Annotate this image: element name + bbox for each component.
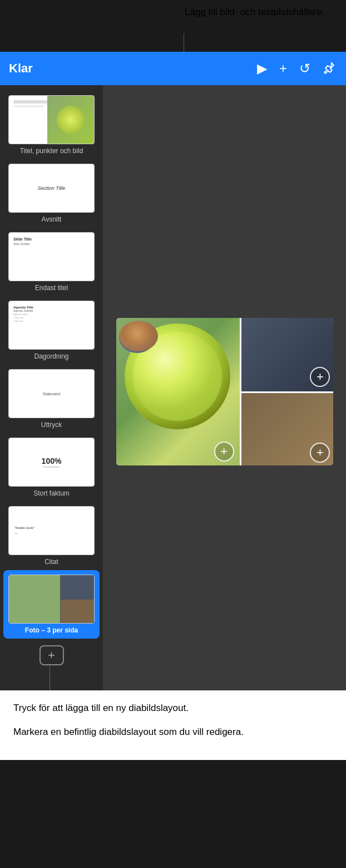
sidebar-item-uttryck[interactable]: Statement Uttryck [0,365,103,433]
slide-thumb-citat: "Notable Quote" — [8,506,95,555]
thumb-bigfact-num: 100% [42,457,62,465]
play-button[interactable]: ▶ [257,61,267,76]
slide-label-uttryck: Uttryck [41,421,62,429]
thumb-statement-text: Statement [43,392,61,396]
tooltip-top: Lägg till bild- och textplatshållare. [178,0,339,24]
slide-thumb-endast-titel: Slide Title Slide Subtitle [8,232,95,281]
sidebar-item-avsnitt[interactable]: Section Title Avsnitt [0,159,103,228]
slide-thumb-avsnitt: Section Title [8,164,95,213]
bottom-right-photo-add-button[interactable]: + [310,443,330,463]
add-layout-button[interactable]: + [39,645,64,665]
thumb-photo3-top-right [61,575,95,599]
thumb-agenda-item: Agenda Topics [13,313,28,316]
sidebar-bg-bottom [0,665,103,693]
add-tooltip-line [50,665,50,690]
main-area: Titel, punkter och bild Section Title Av… [0,85,346,698]
slide-thumb-uttryck: Statement [8,369,95,418]
tooltip-add-text: Tryck för att lägga till en ny diabildsl… [13,702,333,715]
sidebar-item-stort-faktum[interactable]: 100% Fact Information Stort faktum [0,433,103,502]
pin-button[interactable] [323,61,337,76]
canvas-top-right-photo: + [241,318,333,392]
thumb-agenda-sub: Agenda Subtitle [13,309,33,312]
sidebar-item-dagordning[interactable]: Agenda Title Agenda Subtitle Agenda Topi… [0,296,103,365]
thumb-quote-dash: — [14,532,18,535]
sidebar-item-foto-3-per-sida[interactable]: Foto – 3 per sida [3,570,100,639]
undo-button[interactable]: ↺ [299,61,310,76]
slide-label-dagordning: Dagordning [34,352,68,360]
canvas-bottom-right-photo: + [241,393,333,465]
slide-canvas: + + + [116,318,333,465]
slide-label-avsnitt: Avsnitt [42,215,62,223]
slide-thumb-titel-punkter-bild [8,95,95,144]
slide-label-foto-3-per-sida: Foto – 3 per sida [25,626,78,634]
slide-label-citat: Citat [45,558,58,566]
main-photo-add-button[interactable]: + [214,442,234,462]
tooltip-select-text: Markera en befintlig diabildslayout som … [13,725,333,739]
thumb-bigfact-sub: Fact Information [43,465,60,468]
slide-label-stort-faktum: Stort faktum [33,489,70,497]
thumb-section-text: Section Title [38,185,65,191]
bottom-area: Tryck för att lägga till en ny diabildsl… [0,690,346,760]
slide-thumb-stort-faktum: 100% Fact Information [8,438,95,487]
slide-thumb-foto-3-per-sida [8,575,95,624]
sidebar-item-titel-punkter-bild[interactable]: Titel, punkter och bild [0,91,103,159]
slide-label-endast-titel: Endast titel [35,284,68,292]
sidebar-item-endast-titel[interactable]: Slide Title Slide Subtitle Endast titel [0,228,103,296]
thumb-agenda-item2: • Item one [13,316,23,319]
thumb-photo3 [9,575,94,623]
slide-label-titel-punkter-bild: Titel, punkter och bild [20,147,83,155]
thumb-slide-title: Slide Title [13,237,32,241]
slide-thumb-dagordning: Agenda Title Agenda Subtitle Agenda Topi… [8,301,95,350]
thumb-quote-text: "Notable Quote" [14,526,34,529]
add-button[interactable]: + [279,61,287,76]
canvas-area: + + + [103,85,346,698]
top-right-photo-add-button[interactable]: + [310,367,330,387]
thumb-slide-subtitle: Slide Subtitle [13,242,29,246]
sidebar-item-citat[interactable]: "Notable Quote" — Citat [0,502,103,570]
sidebar: Titel, punkter och bild Section Title Av… [0,85,103,698]
close-button[interactable]: Klar [9,61,33,75]
thumb-agenda-item3: • Item two [13,320,23,322]
toolbar: Klar ▶ + ↺ [0,52,346,85]
thumb-photo3-bottom-right [61,600,95,624]
thumb-photo3-main [9,575,60,624]
